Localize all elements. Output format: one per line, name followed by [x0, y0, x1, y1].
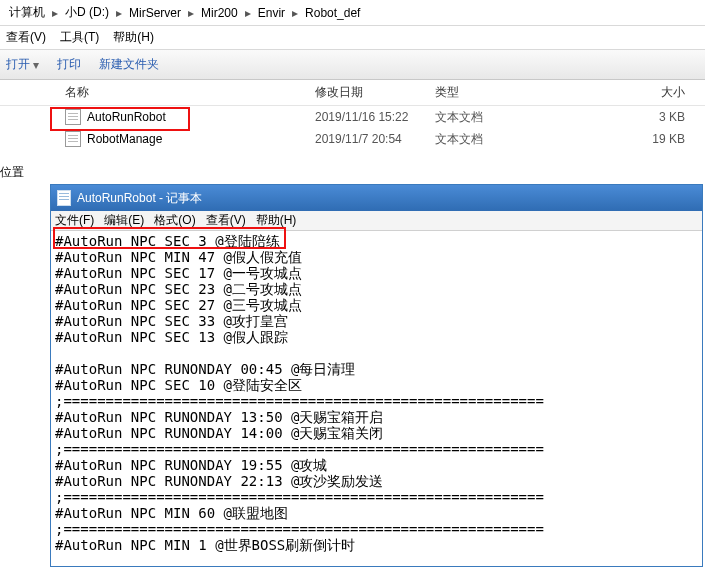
dropdown-arrow-icon: ▾ — [33, 58, 39, 72]
crumb-sep: ▸ — [288, 6, 302, 20]
new-folder-button[interactable]: 新建文件夹 — [99, 56, 159, 73]
file-date: 2019/11/7 20:54 — [315, 132, 435, 146]
text-file-icon — [65, 109, 81, 125]
crumb-robotdef[interactable]: Robot_def — [302, 4, 363, 22]
file-type: 文本文档 — [435, 131, 555, 148]
notepad-icon — [57, 190, 71, 206]
file-type: 文本文档 — [435, 109, 555, 126]
menu-tools[interactable]: 工具(T) — [60, 29, 99, 46]
file-name: AutoRunRobot — [87, 110, 166, 124]
text-file-icon — [65, 131, 81, 147]
file-size: 3 KB — [555, 110, 705, 124]
side-label: 位置 — [0, 164, 24, 181]
notepad-content[interactable]: #AutoRun NPC SEC 3 @登陆陪练 #AutoRun NPC MI… — [51, 231, 702, 555]
col-size-header[interactable]: 大小 — [555, 84, 705, 101]
file-size: 19 KB — [555, 132, 705, 146]
np-menu-format[interactable]: 格式(O) — [154, 212, 195, 229]
explorer-menubar: 查看(V) 工具(T) 帮助(H) — [0, 26, 705, 50]
table-row[interactable]: AutoRunRobot 2019/11/16 15:22 文本文档 3 KB — [0, 106, 705, 128]
file-name: RobotManage — [87, 132, 162, 146]
table-row[interactable]: RobotManage 2019/11/7 20:54 文本文档 19 KB — [0, 128, 705, 150]
np-menu-help[interactable]: 帮助(H) — [256, 212, 297, 229]
notepad-menubar: 文件(F) 编辑(E) 格式(O) 查看(V) 帮助(H) — [51, 211, 702, 231]
notepad-title-text: AutoRunRobot - 记事本 — [77, 190, 202, 207]
crumb-sep: ▸ — [112, 6, 126, 20]
notepad-window: AutoRunRobot - 记事本 文件(F) 编辑(E) 格式(O) 查看(… — [50, 184, 703, 567]
print-button[interactable]: 打印 — [57, 56, 81, 73]
col-date-header[interactable]: 修改日期 — [315, 84, 435, 101]
crumb-mir200[interactable]: Mir200 — [198, 4, 241, 22]
menu-view[interactable]: 查看(V) — [6, 29, 46, 46]
menu-help[interactable]: 帮助(H) — [113, 29, 154, 46]
crumb-sep: ▸ — [184, 6, 198, 20]
open-button[interactable]: 打开 ▾ — [6, 56, 39, 73]
crumb-sep: ▸ — [241, 6, 255, 20]
breadcrumb: 计算机▸ 小D (D:)▸ MirServer▸ Mir200▸ Envir▸ … — [0, 0, 705, 26]
column-headers: 名称 修改日期 类型 大小 — [0, 80, 705, 106]
col-type-header[interactable]: 类型 — [435, 84, 555, 101]
file-date: 2019/11/16 15:22 — [315, 110, 435, 124]
crumb-mirserver[interactable]: MirServer — [126, 4, 184, 22]
crumb-drive[interactable]: 小D (D:) — [62, 2, 112, 23]
crumb-sep: ▸ — [48, 6, 62, 20]
np-menu-view[interactable]: 查看(V) — [206, 212, 246, 229]
np-menu-file[interactable]: 文件(F) — [55, 212, 94, 229]
notepad-titlebar[interactable]: AutoRunRobot - 记事本 — [51, 185, 702, 211]
np-menu-edit[interactable]: 编辑(E) — [104, 212, 144, 229]
crumb-envir[interactable]: Envir — [255, 4, 288, 22]
file-list: AutoRunRobot 2019/11/16 15:22 文本文档 3 KB … — [0, 106, 705, 150]
crumb-computer[interactable]: 计算机 — [6, 2, 48, 23]
col-name-header[interactable]: 名称 — [0, 84, 315, 101]
explorer-toolbar: 打开 ▾ 打印 新建文件夹 — [0, 50, 705, 80]
